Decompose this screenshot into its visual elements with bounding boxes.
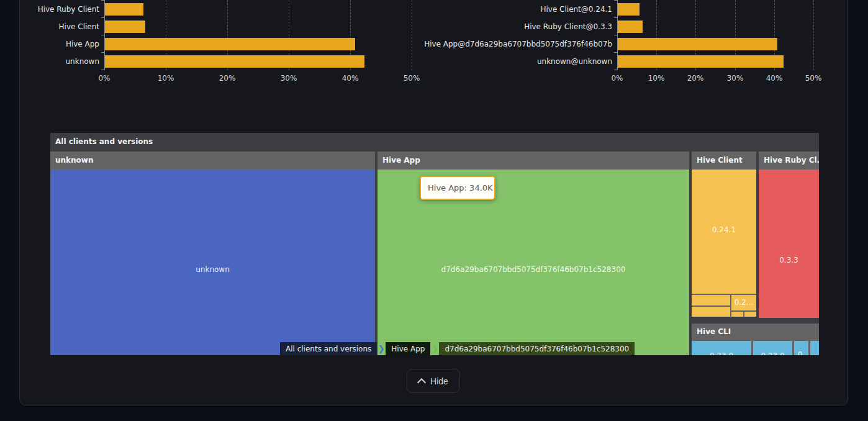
x-tick-label: 40% — [335, 74, 365, 83]
treemap-section-hive-cli[interactable]: Hive CLI 0.23.0 0.23.0 0. — [692, 324, 819, 355]
gridline — [813, 0, 814, 70]
axis-tick — [101, 17, 104, 18]
chevron-up-icon — [417, 378, 426, 386]
x-tick-label: 40% — [759, 74, 789, 83]
category-label: unknown@unknown — [537, 55, 612, 68]
chart-clients-category-axis: Hive Ruby Client Hive Client Hive App un… — [0, 0, 99, 70]
treemap-all-clients: All clients and versions unknown unknown… — [50, 133, 819, 355]
axis-tick — [101, 52, 104, 53]
treemap-cell-hive-cli-tiny[interactable] — [810, 341, 819, 355]
x-tick-label: 20% — [680, 74, 710, 83]
chart-versions-plot — [617, 0, 813, 70]
chart-clients-plot — [104, 0, 412, 70]
treemap-cell-label: d7d6a29ba6707bbd5075df376f46b07b1c528300 — [377, 265, 689, 274]
treemap-section-hive-ruby-client[interactable]: Hive Ruby Cl... 0.3.3 — [759, 152, 819, 318]
hide-button[interactable]: Hide — [407, 369, 460, 393]
treemap-cell-hive-client-small[interactable] — [692, 295, 730, 306]
x-tick-label: 0% — [89, 74, 119, 83]
axis-tick — [101, 0, 104, 1]
treemap-cell-label: 0.2... — [731, 298, 756, 307]
treemap-section-header: Hive Client — [697, 152, 743, 170]
treemap-section-header: Hive App — [382, 152, 420, 170]
hide-button-label: Hide — [430, 376, 448, 386]
treemap-cell-hive-client-0241[interactable]: 0.24.1 — [692, 170, 756, 294]
treemap-cell-hive-cli-0230b[interactable]: 0.23.0 — [753, 341, 792, 355]
bar[interactable] — [105, 55, 364, 68]
axis-tick — [101, 70, 104, 70]
treemap-cell-hive-client-small[interactable] — [692, 307, 730, 317]
x-tick-label: 50% — [798, 74, 828, 83]
axis-tick — [614, 70, 617, 70]
axis-tick — [614, 35, 617, 35]
bar[interactable] — [105, 38, 355, 50]
x-tick-label: 50% — [397, 74, 427, 83]
category-label: unknown — [65, 55, 99, 68]
category-label: Hive Client@0.24.1 — [540, 3, 612, 16]
treemap-title: All clients and versions — [55, 133, 153, 150]
treemap-cell-hive-cli-0230[interactable]: 0.23.0 — [692, 341, 751, 355]
chart-versions-category-axis: Hive Client@0.24.1 Hive Ruby Client@0.3.… — [435, 0, 612, 70]
axis-tick — [614, 17, 617, 18]
treemap-cell-hive-cli-small[interactable]: 0. — [794, 341, 808, 355]
treemap-cell-hive-client-02x[interactable]: 0.2... — [731, 295, 756, 310]
treemap-section-header: unknown — [55, 152, 93, 170]
category-label: Hive Ruby Client — [38, 3, 99, 16]
treemap-cell-label: 0.23.0 — [692, 351, 751, 355]
treemap-cell-label: 0.23.0 — [753, 351, 792, 355]
treemap-cell-hive-client-tiny[interactable] — [744, 312, 756, 317]
category-label: Hive App — [66, 38, 99, 50]
breadcrumb-item-hive-app[interactable]: Hive App — [386, 342, 430, 355]
category-label: Hive App@d7d6a29ba6707bbd5075df376f46b07… — [424, 38, 612, 50]
x-tick-label: 10% — [151, 74, 181, 83]
x-tick-label: 10% — [641, 74, 671, 83]
treemap-cell-label: 0. — [794, 350, 808, 355]
treemap-cell-hive-ruby-033[interactable]: 0.3.3 — [759, 170, 819, 318]
treemap-cell-label: 0.24.1 — [692, 225, 756, 234]
bar[interactable] — [105, 3, 143, 16]
bar[interactable] — [618, 3, 640, 16]
chevron-right-icon: ❯ — [377, 342, 386, 355]
bar[interactable] — [105, 20, 145, 33]
treemap-section-header: Hive CLI — [697, 324, 731, 340]
x-tick-label: 30% — [720, 74, 750, 83]
treemap-cell-unknown[interactable]: unknown — [50, 170, 375, 355]
treemap-cell-hive-client-tiny[interactable] — [731, 312, 743, 317]
category-label: Hive Ruby Client@0.3.3 — [524, 20, 612, 33]
x-tick-label: 20% — [212, 74, 242, 83]
category-label: Hive Client — [59, 20, 99, 33]
tooltip-text: Hive App: 34.0K — [428, 183, 493, 192]
x-tick-label: 0% — [602, 74, 632, 83]
treemap-section-unknown[interactable]: unknown unknown — [50, 152, 375, 355]
treemap-tooltip: Hive App: 34.0K — [420, 176, 495, 200]
axis-tick — [101, 35, 104, 35]
bar[interactable] — [618, 20, 643, 33]
bar[interactable] — [618, 38, 777, 50]
breadcrumb-item-version-hash[interactable]: d7d6a29ba6707bbd5075df376f46b07b1c528300 — [439, 342, 635, 355]
axis-tick — [614, 0, 617, 1]
gridline — [412, 0, 412, 70]
treemap-cell-label: 0.3.3 — [759, 256, 819, 265]
x-tick-label: 30% — [274, 74, 304, 83]
breadcrumb-item-all-clients[interactable]: All clients and versions — [280, 342, 377, 355]
treemap-section-hive-client[interactable]: Hive Client 0.24.1 0.2... — [692, 152, 756, 317]
treemap-cell-label: unknown — [50, 265, 375, 274]
axis-tick — [614, 52, 617, 53]
treemap-breadcrumb: All clients and versions ❯ Hive App ❯ d7… — [280, 342, 635, 355]
chevron-right-icon: ❯ — [430, 342, 439, 355]
treemap-section-header: Hive Ruby Cl... — [764, 152, 819, 170]
bar[interactable] — [618, 55, 784, 68]
